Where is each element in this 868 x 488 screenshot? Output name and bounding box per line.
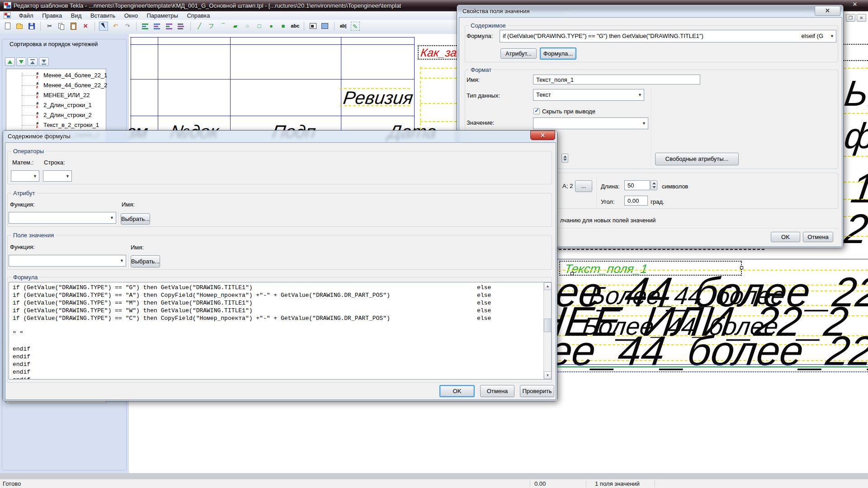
text-tool-icon[interactable]: abc (291, 22, 300, 31)
ok-button[interactable]: OK (439, 385, 475, 397)
menu-insert[interactable]: Вставить (87, 11, 119, 20)
polyline-tool-icon[interactable]: フ (207, 22, 216, 31)
arc-tool-icon[interactable]: ⌒ (219, 22, 228, 31)
cancel-button[interactable]: Отмена (480, 385, 514, 397)
cad-dash-line (420, 103, 457, 104)
cad-dash-line (340, 105, 410, 106)
redo-icon[interactable]: ↷ (123, 22, 132, 31)
length-field[interactable]: 50 (624, 180, 650, 190)
formula-button[interactable]: Формула... (540, 47, 576, 60)
undo-icon[interactable]: ↶ (111, 22, 120, 31)
formula-label: Формула: (467, 33, 493, 39)
ok-button[interactable]: OK (771, 232, 800, 242)
math-combobox[interactable]: ▼ (11, 170, 39, 182)
menu-window[interactable]: Окно (121, 11, 142, 20)
a2-text: А; 2 (562, 183, 573, 189)
menu-view[interactable]: Вид (67, 11, 85, 20)
cad-strip-text: фо (842, 118, 868, 154)
line-tool-icon[interactable]: ╱ (195, 22, 204, 31)
hide-checkbox[interactable]: ✓ (533, 108, 540, 114)
edit-formula-icon[interactable]: ✎ (351, 22, 360, 31)
distribute-h-icon[interactable] (165, 22, 174, 31)
grid-line (230, 37, 231, 131)
length-spinner[interactable] (651, 180, 657, 190)
angle-unit: град. (651, 198, 664, 205)
scroll-down-icon[interactable]: ▼ (544, 371, 552, 379)
polygon-tool-icon[interactable]: ▰ (231, 22, 240, 31)
delete-icon[interactable]: ✕ (81, 22, 90, 31)
menu-options[interactable]: Параметры (143, 11, 182, 20)
grid-line (130, 44, 414, 45)
menu-edit[interactable]: Правка (38, 11, 66, 20)
check-button[interactable]: Проверить (520, 385, 554, 397)
mdi-restore-button[interactable]: ❐ (846, 14, 855, 22)
open-icon[interactable] (15, 22, 24, 31)
scroll-up-icon[interactable]: ▲ (544, 282, 552, 290)
status-ready: Готово (3, 480, 21, 487)
free-attributes-button[interactable]: Свободные атрибуты... (655, 153, 739, 165)
dialog2-close-button[interactable]: ✕ (530, 131, 555, 140)
overwrite-icon[interactable]: ab| (339, 22, 348, 31)
square-tool-icon[interactable]: ■ (278, 22, 288, 31)
cad-dash-black (559, 249, 764, 250)
formula-textarea[interactable]: if (GetValue("DRAWING.TYPE") == "G") the… (9, 282, 552, 380)
cad-dot-line (844, 60, 868, 61)
string-combobox[interactable]: ▼ (43, 170, 72, 182)
move-top-button[interactable] (28, 57, 38, 66)
move-up-button[interactable] (5, 57, 15, 66)
dialog2-title: Содержимое формулы (8, 133, 71, 140)
cad-dash-line (420, 78, 457, 79)
app-icon (4, 2, 11, 9)
angle-field[interactable]: 0.00 (624, 196, 648, 206)
formula-combobox[interactable]: if (GetValue("DRAWING.TYPE") == "G") the… (500, 30, 836, 42)
circle-tool-icon[interactable]: ○ (243, 22, 252, 31)
name-field[interactable]: Текст_поля_1 (533, 75, 700, 84)
picture-tool-icon[interactable] (321, 22, 330, 31)
align-center-icon[interactable] (153, 22, 162, 31)
cut-icon[interactable]: ✂ (45, 22, 54, 31)
cad-strip-text: 2 (842, 208, 868, 249)
cancel-button[interactable]: Отмена (803, 232, 833, 242)
main-close-button[interactable]: ✕ (846, 1, 863, 9)
attribute-button[interactable]: Атрибут... (500, 48, 537, 59)
move-down-button[interactable] (16, 57, 26, 66)
paste-icon[interactable] (69, 22, 78, 31)
vf-func-combobox[interactable]: ▼ (9, 255, 126, 267)
type-combobox[interactable]: Текст▼ (533, 89, 644, 101)
spinner[interactable] (561, 154, 568, 163)
scrollbar[interactable]: ▲ ▼ (543, 282, 551, 379)
ellipsis-button[interactable]: ... (575, 180, 592, 192)
image-tool-icon[interactable] (309, 22, 318, 31)
save-icon[interactable] (27, 22, 36, 31)
vf-name-label: Имя: (131, 244, 144, 251)
align-left-icon[interactable] (141, 22, 150, 31)
dialog1-close-button[interactable]: ✕ (815, 6, 840, 16)
cad-dash-line (420, 67, 421, 130)
distribute-v-icon[interactable] (177, 22, 186, 31)
attr-func-label: Функция: (10, 201, 35, 208)
cad-dash-line (844, 199, 868, 200)
menu-file[interactable]: Файл (15, 11, 37, 20)
mdi-close-button[interactable]: ✕ (857, 14, 866, 22)
cad-text-revision[interactable]: Ревизия (342, 89, 414, 107)
vf-choose-button[interactable]: Выбрать... (131, 255, 160, 267)
ellipse-tool-icon[interactable]: ● (267, 22, 276, 31)
attr-choose-button[interactable]: Выбрать... (121, 213, 150, 225)
move-bottom-button[interactable] (39, 57, 49, 66)
attr-func-combobox[interactable]: ▼ (9, 212, 116, 224)
rect-tool-icon[interactable]: □ (255, 22, 264, 31)
value-label: Значение: (467, 119, 494, 126)
math-label: Матем.: (12, 159, 33, 166)
new-icon[interactable] (3, 22, 12, 31)
cad-strip-text: 1 (849, 167, 868, 209)
divider (128, 253, 129, 268)
sorting-group-label: Сортировка и порядок чертежей (8, 41, 99, 47)
menu-help[interactable]: Справка (183, 11, 213, 20)
value-combobox[interactable]: ▼ (533, 117, 648, 129)
copy-icon[interactable] (57, 22, 66, 31)
scroll-thumb[interactable] (544, 319, 552, 332)
default-note: лчанию для новых полей значений (560, 217, 656, 224)
select-icon[interactable] (99, 22, 108, 31)
string-label: Строка: (44, 159, 65, 166)
divider (41, 169, 42, 183)
